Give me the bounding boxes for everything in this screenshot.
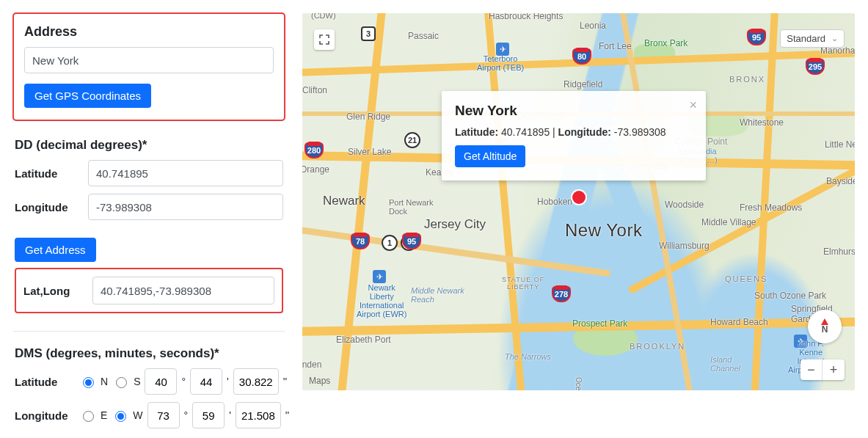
dms-lat-label: Latitude: [15, 376, 75, 388]
dms-lat-n-text: N: [101, 376, 108, 387]
deg-symbol: °: [181, 376, 186, 387]
interstate-shield: 80: [572, 48, 591, 65]
latlong-row: Lat,Long: [15, 268, 283, 313]
route-shield: 21: [404, 132, 420, 148]
dms-lat-s-text: S: [134, 376, 140, 387]
compass[interactable]: N: [808, 310, 842, 343]
interstate-shield: 280: [304, 142, 324, 158]
chevron-down-icon: ⌄: [831, 34, 838, 43]
deg-symbol: °: [184, 409, 189, 421]
latlong-input[interactable]: [92, 277, 274, 304]
airport-icon: [373, 270, 386, 283]
zoom-in-button[interactable]: +: [823, 359, 845, 380]
fullscreen-icon: [319, 34, 329, 45]
route-shield: 3: [361, 26, 376, 41]
popup-coords: Latitude: 40.741895 | Longitude: -73.989…: [455, 126, 693, 138]
interstate-shield: 278: [552, 286, 571, 302]
dd-lon-label: Longitude: [15, 201, 81, 213]
popup-lon-label: Longitude:: [558, 126, 611, 138]
airport-icon: [794, 335, 807, 348]
interstate-shield: 78: [351, 233, 370, 249]
zoom-out-button[interactable]: −: [800, 359, 823, 380]
sec-symbol: '': [283, 376, 287, 387]
dms-lon-w-radio[interactable]: [115, 411, 126, 422]
left-panel: Address Get GPS Coordinates DD (decimal …: [13, 13, 285, 438]
popup-lat-label: Latitude:: [455, 126, 498, 138]
dd-title: DD (decimal degrees)*: [15, 138, 283, 153]
sec-symbol: '': [285, 409, 289, 421]
map-popup: × New York Latitude: 40.741895 | Longitu…: [442, 91, 706, 180]
route-shield: 1: [382, 235, 398, 251]
dms-lon-e-text: E: [101, 409, 107, 421]
dd-lat-label: Latitude: [15, 167, 81, 180]
dms-lon-min[interactable]: [192, 402, 225, 428]
dms-lat-min[interactable]: [190, 368, 222, 395]
map-attribution: Maps: [308, 376, 330, 386]
map-type-label: Standard: [787, 33, 825, 44]
dms-title: DMS (degrees, minutes, seconds)*: [15, 346, 283, 361]
close-icon[interactable]: ×: [689, 98, 697, 112]
popup-title: New York: [455, 103, 693, 119]
map[interactable]: 3 21 280 78 1 9 95 278 80 95 295 New Yor…: [302, 13, 855, 390]
get-altitude-button[interactable]: Get Altitude: [455, 145, 525, 167]
dd-section: DD (decimal degrees)* Latitude Longitude…: [13, 126, 285, 321]
dd-lon-input[interactable]: [88, 194, 283, 220]
dms-lon-e-radio[interactable]: [83, 411, 94, 422]
popup-lat-value: 40.741895: [501, 126, 550, 138]
interstate-shield: 95: [747, 29, 766, 45]
dd-get-address-button[interactable]: Get Address: [15, 238, 96, 262]
dms-lat-deg[interactable]: [145, 368, 177, 395]
interstate-shield: 95: [402, 233, 421, 249]
get-gps-button[interactable]: Get GPS Coordinates: [24, 84, 151, 108]
separator: [13, 331, 285, 332]
dms-lon-deg[interactable]: [147, 402, 180, 428]
popup-sep: |: [552, 126, 558, 138]
dms-lon-label: Longitude: [15, 409, 75, 422]
zoom-control: − +: [800, 359, 845, 380]
dms-lat-sec[interactable]: [233, 368, 279, 395]
map-type-selector[interactable]: Standard ⌄: [780, 29, 845, 48]
dms-section: DMS (degrees, minutes, seconds)* Latitud…: [13, 335, 285, 438]
address-input[interactable]: [24, 47, 274, 73]
dms-lat-s-radio[interactable]: [116, 377, 127, 388]
address-title: Address: [24, 24, 274, 40]
min-symbol: ': [227, 376, 229, 387]
address-card: Address Get GPS Coordinates: [13, 13, 285, 120]
interstate-shield: 295: [806, 59, 825, 75]
dms-lat-n-radio[interactable]: [83, 377, 94, 388]
dms-lon-w-text: W: [133, 409, 142, 421]
airport-icon: [496, 43, 509, 56]
popup-lon-value: -73.989308: [614, 126, 666, 138]
dms-lon-sec[interactable]: [236, 402, 281, 428]
compass-label: N: [822, 324, 828, 335]
map-marker[interactable]: [572, 191, 586, 204]
min-symbol: ': [229, 409, 231, 421]
dd-lat-input[interactable]: [88, 160, 283, 186]
fullscreen-button[interactable]: [314, 29, 335, 50]
latlong-label: Lat,Long: [23, 285, 82, 297]
